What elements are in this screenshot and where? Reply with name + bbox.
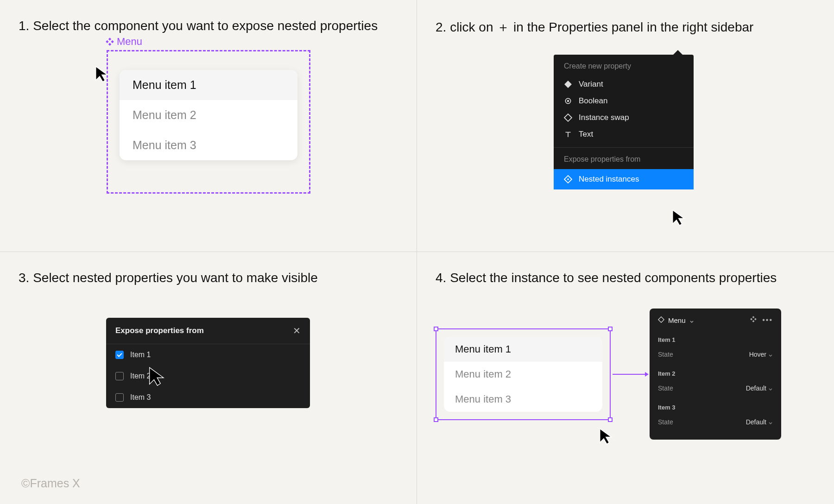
text-icon (564, 130, 572, 139)
expose-header: Expose properties from (554, 148, 694, 169)
menu-item[interactable]: Menu item 1 (120, 70, 297, 100)
panel-title: Expose properties from (115, 326, 204, 335)
menu-option-boolean[interactable]: Boolean (554, 93, 694, 109)
checkbox-row[interactable]: Item 2 (106, 365, 310, 387)
selection-handle[interactable] (434, 327, 438, 331)
more-icon[interactable]: ••• (762, 316, 773, 324)
section-label: Item 2 (658, 365, 773, 382)
checkbox-label: Item 2 (130, 372, 151, 380)
svg-rect-4 (564, 81, 572, 88)
checkbox-unchecked[interactable] (115, 372, 124, 380)
svg-rect-0 (108, 38, 111, 40)
checkbox-label: Item 1 (130, 351, 151, 359)
chevron-down-icon (768, 420, 773, 424)
chevron-down-icon (768, 352, 773, 357)
component-icon (106, 38, 114, 46)
checkbox-unchecked[interactable] (115, 393, 124, 402)
step-1-title: 1. Select the component you want to expo… (19, 19, 398, 33)
prop-value-dropdown[interactable]: Default (746, 418, 773, 426)
option-label: Text (579, 130, 593, 139)
frame-label-text: Menu (117, 36, 142, 48)
step-4: 4. Select the instance to see nested com… (417, 252, 834, 504)
prop-value-dropdown[interactable]: Default (746, 384, 773, 392)
frame-label: Menu (106, 36, 142, 48)
menu-item[interactable]: Menu item 2 (444, 362, 602, 387)
menu-option-variant[interactable]: Variant (554, 76, 694, 93)
svg-rect-11 (752, 316, 755, 318)
svg-rect-10 (658, 316, 664, 322)
section-label: Item 1 (658, 331, 773, 348)
menu-option-nested-instances[interactable]: Nested instances (554, 169, 694, 189)
svg-rect-14 (752, 320, 755, 322)
selection-handle[interactable] (608, 417, 613, 422)
panel-header: Expose properties from ✕ (106, 318, 310, 344)
menu-item[interactable]: Menu item 2 (120, 100, 297, 130)
svg-rect-12 (750, 318, 752, 321)
step-4-title: 4. Select the instance to see nested com… (436, 271, 815, 285)
svg-rect-3 (108, 43, 111, 45)
checkbox-row[interactable]: Item 3 (106, 387, 310, 408)
selection-handle[interactable] (434, 417, 438, 422)
connector-arrow-icon (613, 374, 648, 375)
selection-handle[interactable] (608, 327, 613, 331)
step-3: 3. Select nested properties you want to … (0, 252, 417, 504)
step-2-title: 2. click on ＋ in the Properties panel in… (436, 19, 815, 36)
prop-label: State (658, 351, 673, 358)
menu-option-text[interactable]: Text (554, 126, 694, 143)
prop-label: State (658, 384, 673, 392)
svg-point-6 (567, 100, 569, 102)
svg-rect-13 (754, 318, 757, 321)
menu-item[interactable]: Menu item 3 (444, 387, 602, 412)
instance-swap-icon (564, 113, 572, 122)
option-label: Instance swap (579, 113, 629, 122)
panel-title-text: Menu (668, 316, 686, 324)
prop-value-dropdown[interactable]: Hover (749, 351, 773, 358)
expose-properties-panel: Expose properties from ✕ Item 1 Item 2 I… (106, 318, 310, 408)
variant-icon (564, 80, 572, 88)
svg-rect-7 (564, 114, 572, 121)
step-3-title: 3. Select nested properties you want to … (19, 271, 398, 285)
svg-point-9 (567, 178, 569, 180)
instance-frame[interactable]: Menu item 1 Menu item 2 Menu item 3 (436, 328, 611, 420)
chevron-down-icon (768, 386, 773, 391)
prop-label: State (658, 418, 673, 426)
menu-item[interactable]: Menu item 1 (444, 337, 602, 362)
boolean-icon (564, 97, 572, 105)
component-icon[interactable] (750, 316, 757, 324)
svg-rect-2 (111, 40, 114, 43)
create-property-menu: Create new property Variant Boolean Inst… (554, 55, 694, 189)
cursor-icon (670, 208, 688, 229)
menu-option-instance-swap[interactable]: Instance swap (554, 109, 694, 126)
close-icon[interactable]: ✕ (293, 325, 301, 336)
panel-title: Menu (658, 316, 694, 324)
step-1: 1. Select the component you want to expo… (0, 0, 417, 252)
nested-instances-icon (564, 175, 572, 183)
component-frame[interactable]: Menu Menu item 1 Menu item 2 Menu item 3 (107, 50, 310, 194)
step-2: 2. click on ＋ in the Properties panel in… (417, 0, 834, 252)
properties-panel: Menu ••• Item 1 State Hover I (650, 309, 781, 440)
chevron-down-icon[interactable] (689, 318, 694, 322)
checkbox-row[interactable]: Item 1 (106, 344, 310, 365)
option-label: Boolean (579, 96, 607, 106)
svg-rect-1 (106, 40, 108, 43)
checkbox-label: Item 3 (130, 393, 151, 402)
menu-card: Menu item 1 Menu item 2 Menu item 3 (120, 70, 297, 160)
option-label: Nested instances (579, 175, 639, 184)
watermark: ©Frames X (21, 477, 80, 490)
menu-item[interactable]: Menu item 3 (120, 130, 297, 160)
instance-icon (658, 316, 664, 324)
section-label: Item 3 (658, 398, 773, 416)
create-property-header: Create new property (554, 55, 694, 76)
checkbox-checked[interactable] (115, 351, 124, 359)
option-label: Variant (579, 80, 603, 89)
